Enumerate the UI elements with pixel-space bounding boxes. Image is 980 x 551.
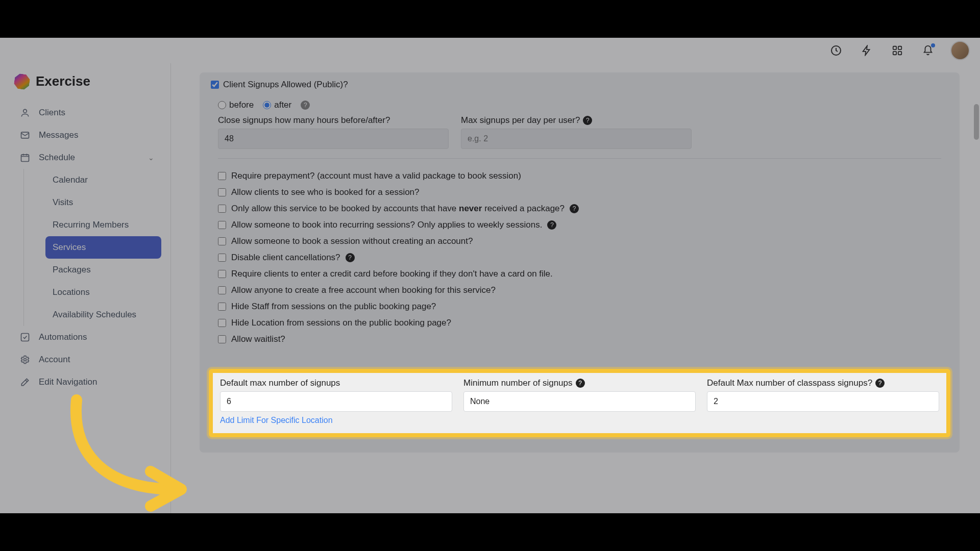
free-account-checkbox[interactable] — [218, 286, 226, 294]
sidebar: Exercise Clients Messages Schedule ⌄ — [0, 63, 171, 513]
sidebar-item-visits[interactable]: Visits — [45, 191, 161, 214]
sidebar-item-packages[interactable]: Packages — [45, 259, 161, 281]
sidebar-item-messages[interactable]: Messages — [12, 124, 161, 146]
close-hours-label: Close signups how many hours before/afte… — [218, 115, 449, 126]
sidebar-item-label: Edit Navigation — [39, 377, 97, 387]
require-credit-card-checkbox[interactable] — [218, 270, 226, 278]
default-max-label: Default max number of signups — [220, 378, 452, 388]
checkbox-label: Allow clients to see who is booked for a… — [231, 187, 420, 197]
sidebar-item-label: Calendar — [53, 175, 88, 185]
chevron-down-icon: ⌄ — [148, 154, 154, 162]
sidebar-item-label: Account — [39, 355, 70, 365]
svg-rect-7 — [21, 155, 29, 161]
sidebar-item-label: Messages — [39, 130, 78, 140]
signup-limits-highlight: Default max number of signups Minimum nu… — [209, 369, 950, 437]
svg-rect-8 — [21, 334, 29, 341]
classpass-max-label: Default Max number of classpass signups? — [707, 378, 872, 388]
help-icon[interactable]: ? — [576, 379, 585, 388]
apps-grid-icon[interactable] — [889, 42, 905, 59]
help-icon[interactable]: ? — [583, 116, 592, 125]
scrollbar-thumb[interactable] — [974, 104, 979, 140]
allow-waitlist-checkbox[interactable] — [218, 335, 226, 343]
settings-panel: Client Signups Allowed (Public)? before … — [200, 72, 960, 453]
sidebar-item-label: Visits — [53, 197, 73, 208]
clock-icon[interactable] — [828, 42, 844, 59]
brand-name: Exercise — [36, 73, 90, 89]
person-icon — [19, 107, 31, 118]
checkbox-label: Require clients to enter a credit card b… — [231, 269, 553, 279]
sidebar-item-calendar[interactable]: Calendar — [45, 169, 161, 191]
sidebar-item-locations[interactable]: Locations — [45, 281, 161, 304]
sidebar-item-label: Services — [53, 242, 86, 253]
classpass-max-input[interactable] — [707, 391, 939, 412]
svg-rect-2 — [898, 46, 901, 49]
main-content: Client Signups Allowed (Public)? before … — [171, 63, 980, 513]
brand-logo-icon — [13, 73, 31, 90]
min-signups-input[interactable] — [463, 391, 696, 412]
sidebar-item-services[interactable]: Services — [45, 236, 161, 259]
client-signups-label: Client Signups Allowed (Public)? — [223, 80, 348, 90]
brand: Exercise — [12, 68, 161, 102]
checkbox-label: Allow someone to book a session without … — [231, 236, 473, 246]
check-square-icon — [19, 332, 31, 343]
after-label: after — [274, 100, 291, 110]
before-radio[interactable] — [218, 101, 226, 109]
sidebar-item-label: Packages — [53, 265, 91, 275]
checkbox-label: Require prepayment? (account must have a… — [231, 171, 521, 181]
sidebar-item-label: Clients — [39, 108, 65, 118]
book-without-account-checkbox[interactable] — [218, 237, 226, 245]
require-prepayment-checkbox[interactable] — [218, 172, 226, 180]
checkbox-label: Allow waitlist? — [231, 334, 285, 344]
before-label: before — [229, 100, 254, 110]
sidebar-item-automations[interactable]: Automations — [12, 326, 161, 348]
sidebar-item-schedule[interactable]: Schedule ⌄ — [12, 146, 161, 169]
checkbox-label: Hide Staff from sessions on the public b… — [231, 302, 436, 312]
max-per-day-label: Max signups per day per user? — [461, 115, 580, 126]
gear-icon — [19, 354, 31, 365]
help-icon[interactable]: ? — [875, 379, 885, 388]
checkbox-label: Allow anyone to create a free account wh… — [231, 285, 496, 295]
notification-dot — [931, 43, 935, 47]
svg-point-9 — [24, 359, 27, 361]
sidebar-item-clients[interactable]: Clients — [12, 102, 161, 124]
add-limit-link[interactable]: Add Limit For Specific Location — [220, 412, 939, 425]
see-who-booked-checkbox[interactable] — [218, 188, 226, 196]
sidebar-item-edit-navigation[interactable]: Edit Navigation — [12, 371, 161, 393]
help-icon[interactable]: ? — [547, 220, 556, 230]
svg-point-5 — [23, 109, 27, 113]
checkbox-label: Disable client cancellations? — [231, 253, 340, 263]
sidebar-item-recurring-members[interactable]: Recurring Members — [45, 214, 161, 236]
avatar[interactable] — [950, 41, 970, 60]
bolt-icon[interactable] — [859, 42, 875, 59]
recurring-sessions-checkbox[interactable] — [218, 221, 226, 229]
client-signups-checkbox[interactable] — [211, 81, 219, 89]
disable-cancellations-checkbox[interactable] — [218, 254, 226, 262]
sidebar-item-label: Locations — [53, 287, 90, 297]
max-per-day-input[interactable] — [461, 129, 692, 149]
svg-rect-3 — [893, 52, 896, 55]
hide-location-checkbox[interactable] — [218, 319, 226, 327]
sidebar-item-label: Recurring Members — [53, 220, 129, 230]
close-hours-input[interactable] — [218, 129, 449, 149]
sidebar-item-label: Schedule — [39, 153, 75, 163]
default-max-input[interactable] — [220, 391, 452, 412]
checkbox-label: Allow someone to book into recurring ses… — [231, 220, 542, 230]
after-radio[interactable] — [263, 101, 271, 109]
help-icon[interactable]: ? — [346, 253, 355, 262]
help-icon[interactable]: ? — [301, 101, 310, 110]
edit-icon — [19, 377, 31, 388]
sidebar-item-account[interactable]: Account — [12, 348, 161, 371]
sidebar-item-label: Availability Schedules — [53, 310, 136, 320]
svg-rect-4 — [898, 52, 901, 55]
hide-staff-checkbox[interactable] — [218, 303, 226, 311]
never-received-package-checkbox[interactable] — [218, 205, 226, 213]
checkbox-label: Hide Location from sessions on the publi… — [231, 318, 451, 328]
calendar-icon — [19, 152, 31, 163]
svg-rect-1 — [893, 46, 896, 49]
mail-icon — [19, 130, 31, 141]
checkbox-label: Only allow this service to be booked by … — [231, 204, 565, 214]
sidebar-item-availability-schedules[interactable]: Availability Schedules — [45, 304, 161, 326]
help-icon[interactable]: ? — [570, 204, 579, 213]
bell-icon[interactable] — [920, 42, 936, 59]
min-signups-label: Minimum number of signups — [463, 378, 573, 388]
